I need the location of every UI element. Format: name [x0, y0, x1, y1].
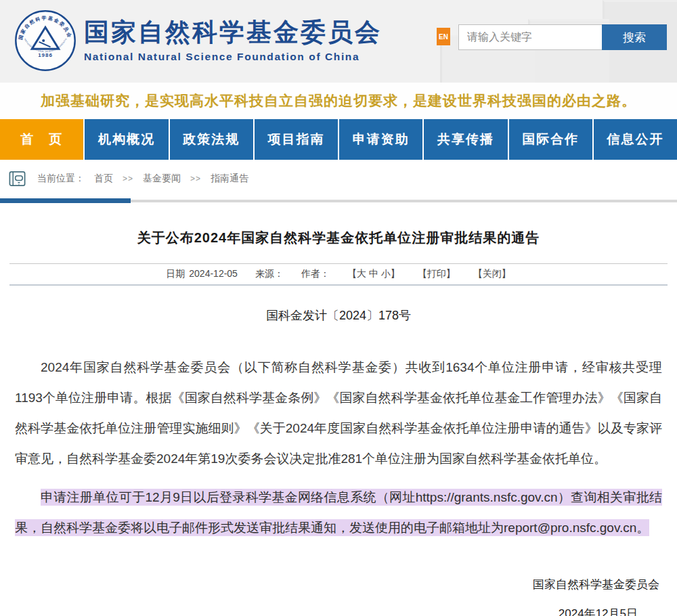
nsfc-seal-icon: 国家自然科学基金委员会 NATIONAL NATURAL SCIENCE FOU…: [14, 9, 77, 72]
nav-item-international[interactable]: 国际合作: [509, 119, 592, 160]
nav-item-funding[interactable]: 申请资助: [339, 119, 422, 160]
font-size-control[interactable]: 【大 中 小】: [347, 268, 400, 280]
breadcrumb-divider-accent: [0, 198, 131, 203]
close-button[interactable]: 【关闭】: [473, 268, 511, 280]
breadcrumb-link-notices[interactable]: 指南通告: [211, 173, 248, 185]
highlighted-text: 申请注册单位可于12月9日以后登录科学基金网络信息系统（网址https://gr…: [15, 489, 662, 536]
site-title-cn: 国家自然科学基金委员会: [84, 18, 382, 47]
nav-item-disclosure[interactable]: 信息公开: [594, 119, 677, 160]
article-meta: 日期2024-12-05 来源： 作者： 【大 中 小】 【打印】 【关闭】: [15, 264, 662, 284]
nav-item-home[interactable]: 首 页: [0, 119, 83, 160]
article-paragraph-1: 2024年国家自然科学基金委员会（以下简称自然科学基金委）共收到1634个单位注…: [15, 352, 662, 474]
article-title: 关于公布2024年国家自然科学基金依托单位注册审批结果的通告: [15, 229, 662, 247]
nav-item-guidelines[interactable]: 项目指南: [255, 119, 338, 160]
nav-item-sharing[interactable]: 共享传播: [424, 119, 507, 160]
breadcrumb-separator: >>: [190, 174, 201, 183]
svg-text:1986: 1986: [38, 52, 53, 58]
breadcrumb-prefix: 当前位置：: [37, 173, 85, 185]
site-logo-home-link[interactable]: 国家自然科学基金委员会 NATIONAL NATURAL SCIENCE FOU…: [14, 9, 382, 72]
search-box: 搜索: [458, 24, 667, 50]
article-date: 日期2024-12-05: [166, 268, 238, 280]
search-input[interactable]: [458, 24, 602, 50]
slogan-banner: 加强基础研究，是实现高水平科技自立自强的迫切要求，是建设世界科技强国的必由之路。: [0, 83, 677, 119]
divider: [9, 284, 668, 286]
breadcrumb-link-news[interactable]: 基金要闻: [143, 173, 181, 185]
signature-organization: 国家自然科学基金委员会: [15, 577, 662, 592]
breadcrumb: 当前位置： 首页 >> 基金要闻 >> 指南通告: [37, 173, 248, 185]
site-title-en: National Natural Science Foundation of C…: [84, 51, 382, 63]
nav-item-policies[interactable]: 政策法规: [170, 119, 253, 160]
article-source-label: 来源：: [255, 268, 284, 280]
print-button[interactable]: 【打印】: [418, 268, 456, 280]
slogan-text: 加强基础研究，是实现高水平科技自立自强的迫切要求，是建设世界科技强国的必由之路。: [41, 91, 636, 110]
breadcrumb-separator: >>: [123, 174, 133, 183]
document-number: 国科金发计〔2024〕178号: [15, 307, 662, 324]
nav-item-about[interactable]: 机构概况: [85, 119, 168, 160]
main-nav: 首 页 机构概况 政策法规 项目指南 申请资助 共享传播 国际合作 信息公开: [0, 119, 677, 160]
english-version-button[interactable]: EN: [437, 28, 450, 45]
breadcrumb-bar: 当前位置： 首页 >> 基金要闻 >> 指南通告: [0, 160, 677, 203]
article-content: 关于公布2024年国家自然科学基金依托单位注册审批结果的通告 日期2024-12…: [0, 229, 677, 616]
breadcrumb-link-home[interactable]: 首页: [94, 173, 113, 185]
document-book-icon: [8, 170, 26, 188]
site-header: 国家自然科学基金委员会 NATIONAL NATURAL SCIENCE FOU…: [0, 0, 677, 83]
article-paragraph-2: 申请注册单位可于12月9日以后登录科学基金网络信息系统（网址https://gr…: [15, 482, 662, 543]
search-button[interactable]: 搜索: [602, 24, 667, 50]
article-author-label: 作者：: [301, 268, 330, 280]
signature-date: 2024年12月5日: [15, 606, 662, 616]
